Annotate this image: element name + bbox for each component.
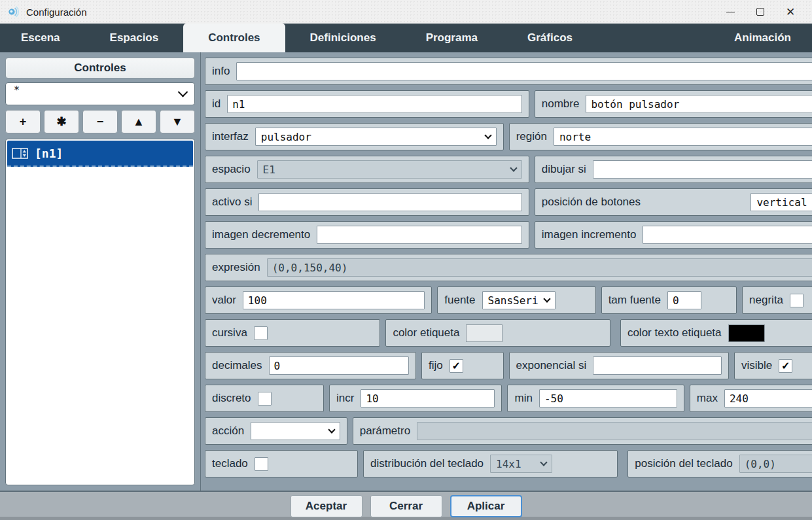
color-etiqueta-label: color etiqueta (393, 326, 459, 339)
distribucion-teclado-label: distribución del teclado (370, 457, 484, 470)
chevron-down-icon (540, 459, 547, 466)
negrita-checkbox[interactable] (790, 294, 803, 307)
decimales-label: decimales (212, 359, 262, 372)
color-texto-etiqueta-label: color texto etiqueta (627, 326, 722, 339)
fijo-checkbox[interactable]: ✓ (450, 359, 463, 373)
distribucion-teclado-select: 14x1 (490, 455, 552, 473)
posicion-teclado-group: posición del teclado (627, 450, 812, 477)
tab-bar: Escena Espacios Controles Definiciones P… (0, 24, 812, 52)
tab-definiciones[interactable]: Definiciones (285, 24, 401, 52)
tab-programa[interactable]: Programa (401, 24, 503, 52)
discreto-checkbox[interactable] (258, 392, 272, 406)
visible-checkbox[interactable]: ✓ (779, 359, 792, 373)
exponencial-si-group: exponencial si (509, 352, 730, 379)
valor-input[interactable] (243, 291, 425, 309)
accion-label: acción (212, 425, 244, 438)
nombre-group: nombre (535, 90, 812, 118)
interfaz-select[interactable]: pulsador (255, 128, 497, 146)
region-select[interactable]: norte (554, 128, 812, 146)
color-etiqueta-group: color etiqueta (385, 319, 610, 347)
teclado-label: teclado (212, 457, 248, 470)
min-group: min (507, 385, 684, 412)
control-properties-form: info id nombre interfaz pulsad (201, 52, 812, 491)
min-label: min (514, 392, 532, 405)
nombre-label: nombre (542, 97, 580, 111)
interfaz-group: interfaz pulsador (205, 123, 504, 150)
activo-si-input[interactable] (258, 193, 521, 211)
minimize-icon (726, 12, 735, 12)
maximize-button[interactable] (745, 2, 775, 22)
tam-fuente-input[interactable] (667, 291, 701, 309)
incr-input[interactable] (361, 389, 495, 407)
move-up-button[interactable]: ▲ (121, 110, 156, 133)
cursiva-label: cursiva (212, 326, 247, 339)
imagen-incremento-label: imagen incremento (542, 228, 637, 241)
cursiva-group: cursiva (205, 319, 380, 347)
posicion-botones-group: posición de botones vertical izquierd (535, 188, 812, 216)
color-texto-etiqueta-group: color texto etiqueta (620, 319, 812, 347)
fijo-label: fijo (429, 359, 443, 372)
info-input[interactable] (236, 62, 812, 80)
nombre-input[interactable] (586, 95, 812, 113)
chevron-down-icon (510, 164, 517, 171)
aplicar-button[interactable]: Aplicar (450, 495, 522, 517)
minimize-button[interactable] (715, 2, 745, 22)
exponencial-si-input[interactable] (593, 356, 722, 375)
window-title: Configuración (26, 7, 87, 18)
max-group: max (690, 385, 812, 412)
id-group: id (205, 90, 529, 118)
decimales-input[interactable] (269, 356, 409, 375)
posicion-botones-select[interactable]: vertical izquierd (750, 193, 812, 211)
tab-espacios[interactable]: Espacios (85, 24, 184, 52)
controls-filter-select[interactable]: * (5, 82, 195, 105)
negrita-group: negrita (742, 286, 812, 314)
tab-controles[interactable]: Controles (183, 24, 285, 52)
valor-label: valor (212, 294, 236, 307)
tab-escena[interactable]: Escena (0, 24, 85, 52)
cursiva-checkbox[interactable] (254, 326, 268, 340)
id-input[interactable] (227, 95, 522, 113)
tab-animacion[interactable]: Animación (709, 24, 812, 52)
sidebar-toolbar: + ✱ − ▲ ▼ (5, 110, 195, 133)
cerrar-button[interactable]: Cerrar (370, 495, 442, 517)
accion-group: acción (205, 417, 347, 445)
expresion-group: expresión (205, 254, 812, 281)
color-texto-etiqueta-swatch[interactable] (728, 324, 765, 342)
posicion-botones-label: posición de botones (542, 196, 641, 209)
delete-control-button[interactable]: − (82, 110, 118, 133)
region-label: región (516, 130, 547, 143)
min-input[interactable] (539, 389, 677, 407)
visible-group: visible ✓ (734, 352, 812, 379)
configuration-window: Configuración ✕ Escena Espacios Controle… (0, 0, 812, 520)
add-control-button[interactable]: + (5, 110, 41, 133)
interfaz-label: interfaz (212, 130, 249, 143)
dibujar-si-group: dibujar si (535, 156, 812, 183)
imagen-incremento-group: imagen incremento (535, 221, 812, 249)
teclado-checkbox[interactable] (255, 457, 268, 471)
dibujar-si-input[interactable] (593, 160, 812, 179)
controls-list: [n1] (5, 139, 195, 485)
imagen-decremento-label: imagen decremento (212, 228, 310, 241)
tab-graficos[interactable]: Gráficos (503, 24, 597, 52)
copy-control-button[interactable]: ✱ (44, 110, 79, 133)
spinner-control-icon (12, 148, 28, 159)
fuente-select[interactable]: SansSeri (482, 291, 556, 309)
close-button[interactable]: ✕ (775, 2, 805, 22)
fuente-label: fuente (444, 294, 475, 307)
close-icon: ✕ (786, 7, 795, 18)
accion-select[interactable] (251, 422, 340, 440)
region-group: región norte (509, 123, 812, 150)
app-icon (7, 5, 21, 19)
max-input[interactable] (724, 389, 812, 407)
posicion-teclado-label: posición del teclado (635, 457, 732, 470)
move-down-button[interactable]: ▼ (160, 110, 195, 133)
imagen-incremento-input[interactable] (643, 226, 812, 244)
list-item-label: [n1] (35, 147, 63, 160)
controls-sidebar: Controles * + ✱ − ▲ ▼ (0, 52, 201, 491)
imagen-decremento-input[interactable] (317, 226, 522, 244)
list-item-n1[interactable]: [n1] (7, 141, 193, 167)
color-etiqueta-swatch[interactable] (466, 324, 503, 342)
aceptar-button[interactable]: Aceptar (291, 495, 362, 517)
filter-value: * (14, 84, 20, 96)
max-label: max (697, 392, 718, 405)
